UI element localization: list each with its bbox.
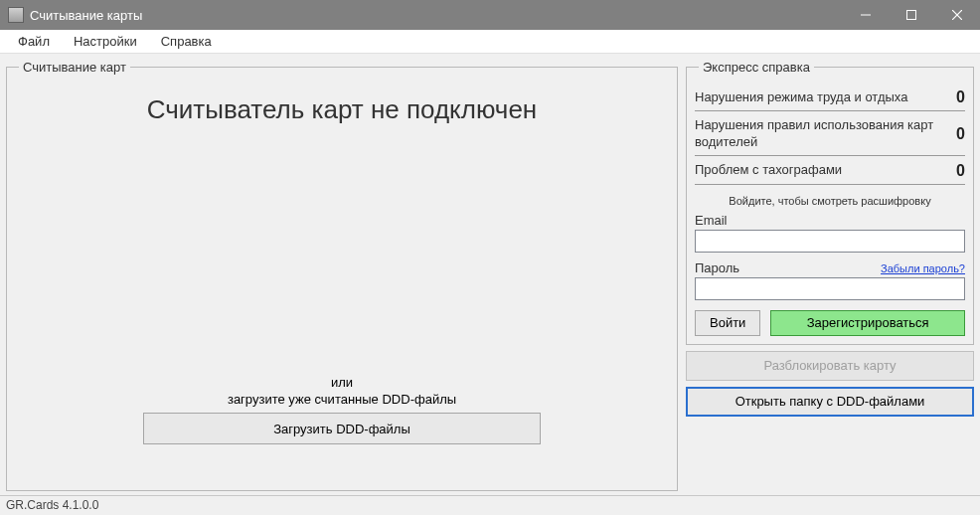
- window-title: Считывание карты: [30, 8, 843, 23]
- or-label: или: [331, 375, 353, 390]
- maximize-button[interactable]: [889, 0, 934, 30]
- register-button[interactable]: Зарегистрироваться: [770, 310, 965, 336]
- menu-settings[interactable]: Настройки: [64, 32, 147, 51]
- card-reading-panel: Считывание карт Считыватель карт не подк…: [6, 60, 678, 491]
- login-hint: Войдите, чтобы смотреть расшифровку: [695, 195, 965, 207]
- stat-label: Проблем с тахографами: [695, 162, 948, 179]
- menu-help[interactable]: Справка: [151, 32, 222, 51]
- svg-rect-1: [907, 11, 916, 20]
- stat-row: Проблем с тахографами 0: [695, 156, 965, 185]
- open-ddd-folder-button[interactable]: Открыть папку с DDD-файлами: [686, 387, 974, 417]
- stat-label: Нарушения правил использования карт води…: [695, 117, 948, 151]
- statusbar: GR.Cards 4.1.0.0: [0, 495, 980, 515]
- stat-value: 0: [948, 88, 965, 106]
- stat-label: Нарушения режима труда и отдыха: [695, 89, 948, 106]
- stat-row: Нарушения правил использования карт води…: [695, 111, 965, 156]
- load-hint: загрузите уже считанные DDD-файлы: [228, 392, 456, 407]
- email-label: Email: [695, 213, 965, 228]
- load-ddd-button[interactable]: Загрузить DDD-файлы: [143, 413, 541, 444]
- email-field[interactable]: [695, 230, 965, 253]
- password-label: Пароль: [695, 260, 739, 275]
- express-help-panel: Экспресс справка Нарушения режима труда …: [686, 60, 974, 345]
- close-button[interactable]: [934, 0, 980, 30]
- content-area: Считывание карт Считыватель карт не подк…: [0, 54, 980, 495]
- express-help-legend: Экспресс справка: [699, 60, 814, 75]
- stat-row: Нарушения режима труда и отдыха 0: [695, 83, 965, 111]
- stat-value: 0: [948, 162, 965, 180]
- app-icon: [8, 7, 24, 23]
- minimize-button[interactable]: [843, 0, 889, 30]
- titlebar: Считывание карты: [0, 0, 980, 30]
- password-field[interactable]: [695, 277, 965, 300]
- status-text: GR.Cards 4.1.0.0: [6, 498, 98, 512]
- forgot-password-link[interactable]: Забыли пароль?: [881, 262, 965, 274]
- right-column: Экспресс справка Нарушения режима труда …: [686, 60, 974, 491]
- reader-status-message: Считыватель карт не подключен: [147, 94, 537, 125]
- menubar: Файл Настройки Справка: [0, 30, 980, 54]
- window-controls: [843, 0, 980, 30]
- stat-value: 0: [948, 125, 965, 143]
- card-reading-legend: Считывание карт: [19, 60, 130, 75]
- unlock-card-button: Разблокировать карту: [686, 351, 974, 381]
- login-button[interactable]: Войти: [695, 310, 760, 336]
- menu-file[interactable]: Файл: [8, 32, 60, 51]
